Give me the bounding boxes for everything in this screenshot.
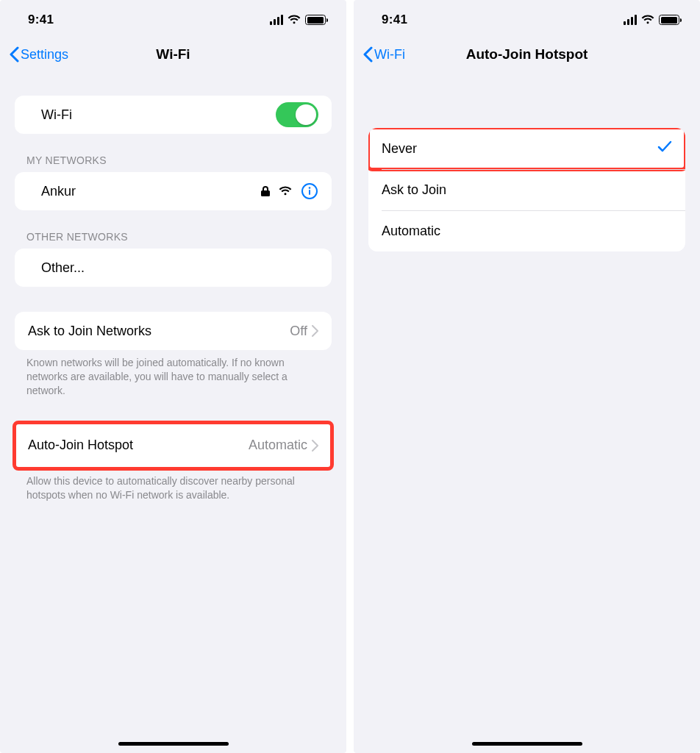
wifi-icon: [288, 15, 301, 25]
chevron-left-icon: [9, 46, 19, 63]
other-networks-header: OTHER NETWORKS: [26, 231, 320, 243]
other-label: Other...: [41, 260, 85, 276]
option-label: Never: [382, 141, 417, 157]
status-icons: [270, 15, 326, 25]
back-label: Wi-Fi: [374, 47, 405, 63]
svg-rect-2: [309, 190, 310, 195]
auto-join-hotspot-label: Auto-Join Hotspot: [28, 438, 133, 453]
options-list: Never Ask to Join Automatic: [368, 128, 685, 251]
ask-to-join-label: Ask to Join Networks: [28, 324, 151, 339]
option-never[interactable]: Never: [368, 128, 685, 169]
auto-join-hotspot-value: Automatic: [249, 438, 307, 453]
battery-icon: [305, 15, 326, 25]
status-bar: 9:41: [0, 0, 346, 35]
status-icons: [624, 15, 679, 25]
wifi-toggle-switch[interactable]: [276, 102, 318, 127]
auto-join-hotspot-row[interactable]: Auto-Join Hotspot Automatic: [15, 423, 332, 468]
chevron-left-icon: [362, 46, 373, 63]
back-label: Settings: [21, 47, 68, 63]
svg-point-1: [309, 187, 311, 189]
cellular-signal-icon: [270, 15, 283, 25]
wifi-toggle-row[interactable]: Wi-Fi: [15, 96, 332, 134]
option-automatic[interactable]: Automatic: [368, 210, 685, 251]
chevron-right-icon: [312, 440, 318, 452]
option-ask-to-join[interactable]: Ask to Join: [368, 169, 685, 210]
wifi-label: Wi-Fi: [41, 107, 72, 123]
my-networks-header: MY NETWORKS: [26, 154, 320, 166]
network-row[interactable]: Ankur: [15, 172, 332, 210]
nav-bar: Wi-Fi Auto-Join Hotspot: [354, 35, 700, 74]
battery-icon: [659, 15, 679, 25]
wifi-settings-screen: 9:41 Settings Wi-Fi Wi-Fi: [0, 0, 346, 753]
status-bar: 9:41: [354, 0, 700, 35]
home-indicator[interactable]: [472, 742, 582, 746]
auto-join-hotspot-screen: 9:41 Wi-Fi Auto-Join Hotspot Never: [354, 0, 700, 753]
wifi-icon: [641, 15, 654, 25]
cellular-signal-icon: [624, 15, 637, 25]
page-title: Auto-Join Hotspot: [354, 46, 700, 63]
info-icon[interactable]: [301, 182, 318, 200]
auto-join-hotspot-footer: Allow this device to automatically disco…: [26, 474, 320, 502]
option-label: Automatic: [382, 224, 440, 239]
ask-to-join-value: Off: [290, 324, 307, 339]
nav-bar: Settings Wi-Fi: [0, 35, 346, 74]
network-name: Ankur: [41, 184, 76, 199]
chevron-right-icon: [312, 325, 318, 337]
ask-to-join-footer: Known networks will be joined automatica…: [26, 356, 320, 398]
status-time: 9:41: [382, 13, 407, 27]
option-label: Ask to Join: [382, 182, 446, 198]
wifi-strength-icon: [279, 186, 292, 196]
lock-icon: [261, 185, 270, 197]
checkmark-icon: [657, 140, 672, 157]
back-button[interactable]: Settings: [9, 46, 68, 63]
other-network-row[interactable]: Other...: [15, 249, 332, 287]
status-time: 9:41: [28, 13, 54, 27]
back-button[interactable]: Wi-Fi: [362, 46, 405, 63]
home-indicator[interactable]: [118, 742, 229, 746]
ask-to-join-row[interactable]: Ask to Join Networks Off: [15, 312, 332, 350]
